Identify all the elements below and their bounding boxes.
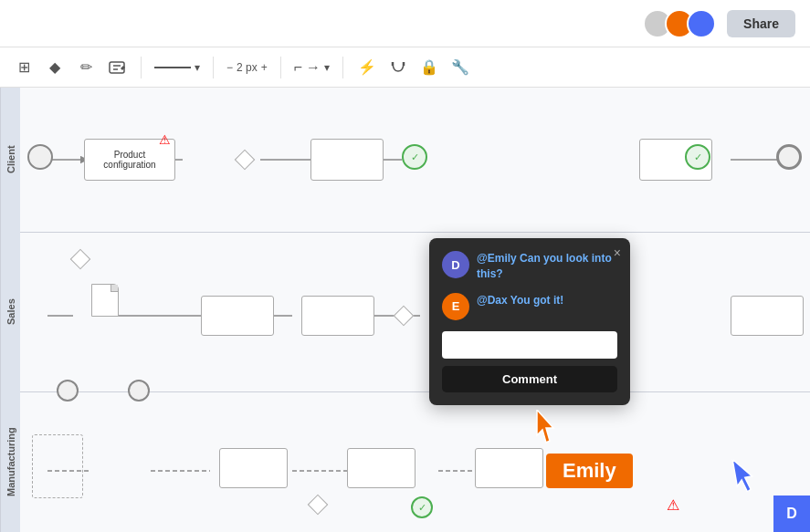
comment-text-1: @Emily Can you look into this? [477, 251, 617, 282]
sales-document-task[interactable] [91, 284, 119, 317]
comment-mention-emily: @Emily [477, 252, 517, 265]
separator2 [213, 57, 214, 78]
plus-icon[interactable]: + [261, 61, 268, 74]
blue-square-d: D [773, 495, 810, 532]
lane-divider-1 [20, 232, 810, 233]
mfg-dashed-container[interactable] [32, 434, 83, 498]
product-config-label: Product configuration [103, 150, 155, 170]
warning-icon: ⚠ [159, 132, 171, 147]
sales-task-right[interactable] [731, 296, 804, 336]
comment-input-field[interactable] [442, 331, 617, 359]
avatar-user3 [687, 9, 716, 38]
lightning-icon[interactable]: ⚡ [356, 57, 378, 78]
comment-submit-button[interactable]: Comment [442, 366, 617, 392]
connector-dropdown-icon[interactable]: ▾ [324, 61, 330, 74]
comment-popup: × D @Emily Can you look into this? E @Da… [429, 238, 630, 405]
sales-circle-2[interactable] [128, 380, 150, 402]
settings-icon[interactable]: 🔧 [449, 57, 471, 78]
client-task-2[interactable] [310, 139, 384, 181]
comment-mention-dax: @Dax [477, 294, 508, 307]
mfg-gateway[interactable] [310, 497, 325, 512]
arrow-right-icon[interactable]: → [306, 59, 321, 76]
stroke-width-control[interactable]: − 2 px + [226, 61, 268, 74]
lane-manufacturing-label: Manufacturing [0, 391, 20, 532]
avatar-group [643, 9, 716, 38]
comment-avatar-e: E [442, 293, 469, 320]
product-configuration-task[interactable]: Product configuration ⚠ [84, 139, 175, 181]
comment-close-button[interactable]: × [614, 245, 621, 260]
svg-marker-20 [537, 410, 553, 443]
comment-avatar-d: D [442, 251, 469, 278]
share-button[interactable]: Share [727, 10, 795, 37]
pencil-icon[interactable]: ✏ [75, 57, 97, 78]
sales-task-1[interactable] [201, 296, 274, 336]
blue-cursor [729, 455, 763, 502]
orange-cursor [530, 410, 557, 450]
mfg-warning-icon: ⚠ [667, 496, 679, 514]
canvas: Client Sales Manufacturing [0, 88, 810, 532]
top-bar: Share [0, 0, 810, 47]
lane-sales-label: Sales [0, 232, 20, 391]
client-end-event[interactable] [776, 144, 802, 170]
fill-icon[interactable]: ◆ [44, 57, 66, 78]
magnet-icon[interactable] [387, 57, 409, 78]
client-check-event-2[interactable]: ✓ [685, 144, 710, 170]
edit-icon[interactable] [106, 57, 128, 78]
sales-gateway-2[interactable] [396, 308, 411, 323]
line-style[interactable]: ▾ [154, 61, 200, 74]
corner-connector-icon[interactable]: ⌐ [294, 59, 302, 76]
add-frame-icon[interactable]: ⊞ [13, 57, 35, 78]
lane-client-label: Client [0, 88, 20, 232]
connector-type[interactable]: ⌐ → ▾ [294, 59, 330, 76]
mfg-task-1[interactable] [219, 448, 288, 488]
px-value: 2 px [237, 61, 258, 74]
sales-task-2[interactable] [301, 296, 374, 336]
client-check-event[interactable]: ✓ [402, 144, 427, 170]
comment-body-2: You got it! [508, 294, 564, 307]
separator4 [342, 57, 343, 78]
sales-circle-1[interactable] [57, 380, 79, 402]
comment-text-2: @Dax You got it! [477, 293, 563, 308]
client-gateway[interactable] [235, 150, 256, 171]
mfg-task-2[interactable] [347, 448, 416, 488]
mfg-task-3[interactable] [475, 448, 543, 488]
client-start-event[interactable] [27, 144, 53, 170]
lock-icon[interactable]: 🔒 [418, 57, 440, 78]
comment-item-2: E @Dax You got it! [442, 293, 617, 320]
comment-item-1: D @Emily Can you look into this? [442, 251, 617, 282]
emily-cursor-label: Emily [546, 454, 633, 488]
toolbar: ⊞ ◆ ✏ ▾ − 2 px + ⌐ → ▾ ⚡ 🔒 🔧 [0, 47, 810, 88]
line-dropdown-icon[interactable]: ▾ [195, 61, 200, 74]
minus-icon[interactable]: − [226, 61, 233, 74]
sales-gateway-1[interactable] [73, 252, 88, 266]
svg-marker-21 [732, 456, 754, 494]
separator1 [141, 57, 142, 78]
separator3 [280, 57, 281, 78]
mfg-check-event[interactable]: ✓ [411, 496, 433, 518]
